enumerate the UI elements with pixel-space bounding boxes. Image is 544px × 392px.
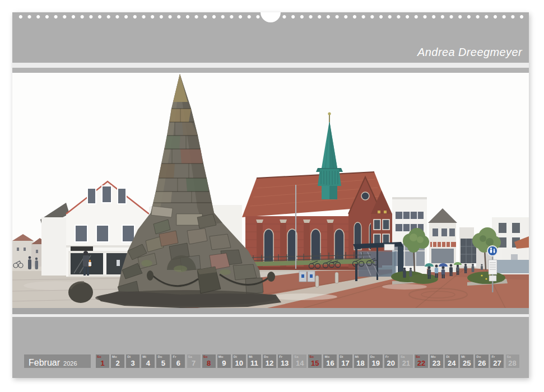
day-cell-15: So15 (308, 354, 322, 368)
day-number: 24 (445, 359, 458, 367)
weekday-abbrev: So (97, 355, 101, 358)
day-cell-22: So22 (415, 354, 428, 368)
day-cell-26: Do26 (475, 354, 489, 368)
day-cell-14: Sa14 (293, 354, 306, 368)
day-number: 16 (323, 359, 337, 367)
day-number: 13 (278, 359, 291, 367)
day-number: 7 (187, 359, 201, 367)
day-number: 1 (96, 359, 109, 367)
day-number: 2 (111, 359, 124, 367)
weekday-abbrev: Mi (461, 355, 465, 358)
day-cell-11: Mi11 (248, 354, 261, 368)
day-cell-12: Do12 (263, 354, 276, 368)
day-cell-9: Mo9 (217, 354, 231, 368)
day-cell-24: Di24 (445, 354, 458, 368)
month-label: Februar (29, 356, 60, 370)
calendar-page: Andrea Dreegmeyer (12, 12, 529, 378)
day-cell-7: Sa7 (187, 354, 201, 368)
weekday-abbrev: Mi (355, 355, 359, 358)
calendar-sheet-preview: Andrea Dreegmeyer (0, 0, 544, 392)
day-cell-10: Di10 (233, 354, 246, 368)
weekday-abbrev: Sa (188, 355, 192, 358)
day-cell-16: Mo16 (323, 354, 337, 368)
day-number: 22 (415, 359, 428, 367)
day-number: 8 (202, 359, 216, 367)
weekday-abbrev: Fr (173, 355, 176, 358)
day-cell-21: Sa21 (399, 354, 413, 368)
weekday-abbrev: Mo (324, 355, 329, 358)
divider-gray-bottom (12, 308, 529, 314)
day-number: 19 (369, 359, 383, 367)
day-number: 18 (354, 359, 368, 367)
weekday-abbrev: Mi (249, 355, 253, 358)
day-cell-25: Mi25 (460, 354, 473, 368)
weekday-abbrev: Di (340, 355, 343, 358)
day-number: 21 (399, 359, 413, 367)
weekday-abbrev: Mo (431, 355, 436, 358)
day-cell-18: Mi18 (354, 354, 368, 368)
weekday-abbrev: Fr (385, 355, 389, 358)
photo-panorama (12, 73, 529, 308)
calendar-footer: Februar 2026 So1Mo2Di3Mi4Do5Fr6Sa7So8Mo9… (12, 317, 529, 378)
day-number: 5 (156, 359, 170, 367)
day-number: 15 (308, 359, 322, 367)
weekday-abbrev: Sa (401, 355, 404, 358)
day-number: 14 (293, 359, 306, 367)
weekday-abbrev: Fr (279, 355, 282, 358)
day-number: 28 (506, 359, 519, 367)
day-cell-8: So8 (202, 354, 216, 368)
weekday-abbrev: Mo (112, 355, 117, 358)
day-number: 25 (460, 359, 473, 367)
day-cell-2: Mo2 (111, 354, 124, 368)
weekday-abbrev: Mi (142, 355, 146, 358)
divider-light-top (12, 63, 529, 68)
day-cell-23: Mo23 (430, 354, 443, 368)
day-number: 4 (141, 359, 155, 367)
weekday-abbrev: Di (127, 355, 131, 358)
day-number: 6 (171, 359, 185, 367)
day-number: 20 (384, 359, 398, 367)
day-cells: So1Mo2Di3Mi4Do5Fr6Sa7So8Mo9Di10Mi11Do12F… (96, 354, 519, 368)
day-cell-3: Di3 (126, 354, 140, 368)
day-cell-13: Fr13 (278, 354, 291, 368)
day-cell-6: Fr6 (171, 354, 185, 368)
weekday-abbrev: Fr (491, 355, 495, 358)
year-label: 2026 (63, 360, 77, 367)
weekday-abbrev: So (416, 355, 420, 358)
divider-gray-top (12, 68, 529, 73)
weekday-abbrev: Di (234, 355, 237, 358)
weekday-abbrev: Do (370, 355, 375, 358)
day-number: 10 (233, 359, 246, 367)
day-number: 23 (430, 359, 443, 367)
day-cell-28: Sa28 (506, 354, 519, 368)
day-cell-1: So1 (96, 354, 109, 368)
weekday-abbrev: Do (157, 355, 162, 358)
day-cell-4: Mi4 (141, 354, 155, 368)
day-number: 26 (475, 359, 489, 367)
weekday-abbrev: Sa (294, 355, 298, 358)
day-number: 3 (126, 359, 140, 367)
day-number: 12 (263, 359, 276, 367)
weekday-abbrev: Do (264, 355, 268, 358)
author-name: Andrea Dreegmeyer (417, 46, 522, 59)
day-cell-5: Do5 (156, 354, 170, 368)
haze-overlay (12, 73, 529, 308)
weekday-abbrev: Mo (218, 355, 224, 358)
month-cell: Februar 2026 (24, 354, 91, 368)
day-cell-27: Fr27 (490, 354, 504, 368)
day-number: 9 (217, 359, 231, 367)
day-number: 17 (339, 359, 352, 367)
day-cell-19: Do19 (369, 354, 383, 368)
day-number: 27 (490, 359, 504, 367)
weekday-abbrev: So (309, 355, 314, 358)
day-cell-17: Di17 (339, 354, 352, 368)
weekday-abbrev: Di (446, 355, 449, 358)
day-cell-20: Fr20 (384, 354, 398, 368)
weekday-abbrev: Sa (507, 355, 511, 358)
day-number: 11 (248, 359, 261, 367)
weekday-abbrev: Do (476, 355, 481, 358)
weekday-abbrev: So (203, 355, 208, 358)
